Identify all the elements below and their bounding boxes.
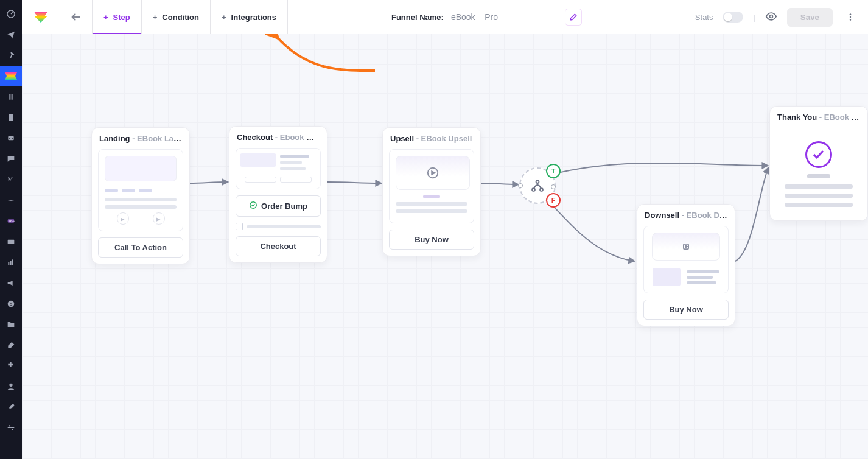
node-preview xyxy=(236,148,321,189)
main-area: + Step + Condition + Integrations Funnel… xyxy=(22,0,868,459)
node-subtitle: - EBook Upsell xyxy=(414,134,472,143)
plus-icon: + xyxy=(103,13,108,22)
svg-point-22 xyxy=(850,13,851,15)
node-landing[interactable]: Landing - EBook Landing ▸▸ Call To Actio… xyxy=(91,127,190,264)
rail-icon-woo[interactable]: WOO xyxy=(0,211,22,231)
node-cta[interactable]: Buy Now xyxy=(643,300,729,320)
stats-label: Stats xyxy=(695,13,713,22)
svg-text:M: M xyxy=(8,177,13,183)
svg-rect-14 xyxy=(12,259,13,265)
funnel-name-label: Funnel Name: xyxy=(391,13,444,22)
rail-icon-tools[interactable] xyxy=(0,397,22,418)
funnel-name-block: Funnel Name: xyxy=(288,0,685,34)
tab-label: Integrations xyxy=(231,13,276,22)
node-title: Landing xyxy=(99,134,130,143)
check-circle-icon xyxy=(249,201,257,211)
tab-condition[interactable]: + Condition xyxy=(142,0,211,34)
rail-icon-card[interactable] xyxy=(0,231,22,252)
rail-icon-dots[interactable] xyxy=(0,190,22,211)
rail-icon-plugins[interactable] xyxy=(0,356,22,376)
node-cta[interactable]: Checkout xyxy=(236,236,321,256)
svg-rect-13 xyxy=(10,261,12,265)
true-badge: T xyxy=(546,164,561,178)
svg-text:e: e xyxy=(10,302,12,306)
save-button[interactable]: Save xyxy=(787,8,833,27)
svg-point-4 xyxy=(12,138,13,139)
rail-icon-m[interactable]: M xyxy=(0,169,22,190)
toolbar: + Step + Condition + Integrations Funnel… xyxy=(22,0,868,35)
rail-icon-media[interactable] xyxy=(0,86,22,107)
tab-step[interactable]: + Step xyxy=(93,0,142,34)
funnel-canvas[interactable]: Landing - EBook Landing ▸▸ Call To Actio… xyxy=(22,34,868,459)
node-title: Thank You xyxy=(777,113,817,122)
rail-icon-pin[interactable] xyxy=(0,45,22,66)
svg-point-23 xyxy=(850,16,851,18)
svg-point-8 xyxy=(12,200,13,201)
rail-icon-e[interactable]: e xyxy=(0,293,22,314)
more-menu-button[interactable] xyxy=(842,9,858,25)
svg-point-21 xyxy=(769,15,772,18)
edit-name-button[interactable] xyxy=(565,9,582,26)
svg-rect-11 xyxy=(8,240,15,244)
video-thumb xyxy=(652,233,720,261)
svg-rect-19 xyxy=(9,425,10,426)
rail-icon-analytics[interactable] xyxy=(0,252,22,273)
node-preview xyxy=(643,226,729,293)
rail-icon-megaphone[interactable] xyxy=(0,273,22,293)
tab-label: Step xyxy=(113,13,130,22)
wp-admin-rail: M WOO e xyxy=(0,0,22,459)
node-subtitle: - Ebook Checkout xyxy=(273,133,327,142)
false-badge: F xyxy=(546,193,561,208)
node-subtitle: - EBook Thank Y… xyxy=(817,113,867,122)
video-thumb xyxy=(396,156,470,190)
rail-icon-users[interactable] xyxy=(0,376,22,397)
rail-icon-funnel-active[interactable] xyxy=(0,66,22,86)
svg-point-28 xyxy=(532,188,535,191)
svg-point-6 xyxy=(9,200,10,201)
funnel-name-input[interactable] xyxy=(450,12,559,23)
node-cta[interactable]: Buy Now xyxy=(389,230,474,250)
rail-icon-dashboard[interactable] xyxy=(0,4,22,24)
node-downsell[interactable]: Downsell - EBook Downsell Buy Now xyxy=(637,204,735,326)
branch-icon xyxy=(530,178,545,194)
annotation-arrow xyxy=(265,34,405,82)
tab-label: Condition xyxy=(162,13,199,22)
svg-rect-1 xyxy=(9,114,13,121)
rail-icon-comments[interactable] xyxy=(0,149,22,169)
svg-rect-20 xyxy=(12,429,13,430)
rail-icon-brush[interactable] xyxy=(0,335,22,356)
rail-icon-pages[interactable] xyxy=(0,107,22,128)
node-checkout[interactable]: Checkout - Ebook Checkout xyxy=(229,126,327,263)
svg-rect-2 xyxy=(8,136,13,141)
back-button[interactable] xyxy=(60,0,93,34)
node-preview xyxy=(389,149,474,223)
plus-icon: + xyxy=(222,13,226,22)
node-preview: ▸▸ xyxy=(98,149,183,231)
order-bump-button[interactable]: Order Bump xyxy=(236,195,321,217)
app-logo[interactable] xyxy=(22,0,60,34)
node-title: Downsell xyxy=(645,211,679,220)
svg-rect-18 xyxy=(8,427,15,428)
success-check-icon xyxy=(805,141,832,168)
stats-toggle[interactable] xyxy=(723,12,743,23)
node-cta[interactable]: Call To Action xyxy=(98,237,183,258)
rail-icon-folder[interactable] xyxy=(0,314,22,335)
node-subtitle: - EBook Downsell xyxy=(679,211,735,220)
node-upsell[interactable]: Upsell - EBook Upsell Buy Now xyxy=(382,127,481,256)
node-subtitle: - EBook Landing xyxy=(130,134,189,143)
tab-integrations[interactable]: + Integrations xyxy=(211,0,288,34)
rail-icon-robot[interactable] xyxy=(0,128,22,149)
rail-icon-settings[interactable] xyxy=(0,418,22,438)
decision-node[interactable]: T F xyxy=(519,167,556,204)
svg-point-24 xyxy=(850,19,851,20)
svg-point-27 xyxy=(536,180,539,183)
svg-rect-12 xyxy=(8,262,9,265)
plus-icon: + xyxy=(153,13,158,22)
node-title: Checkout xyxy=(237,133,273,142)
svg-point-3 xyxy=(9,138,10,139)
preview-button[interactable] xyxy=(765,10,777,24)
node-thankyou[interactable]: Thank You - EBook Thank Y… xyxy=(769,106,868,221)
svg-text:WOO: WOO xyxy=(9,219,15,222)
rail-icon-plane[interactable] xyxy=(0,24,22,45)
agree-row xyxy=(236,223,321,230)
